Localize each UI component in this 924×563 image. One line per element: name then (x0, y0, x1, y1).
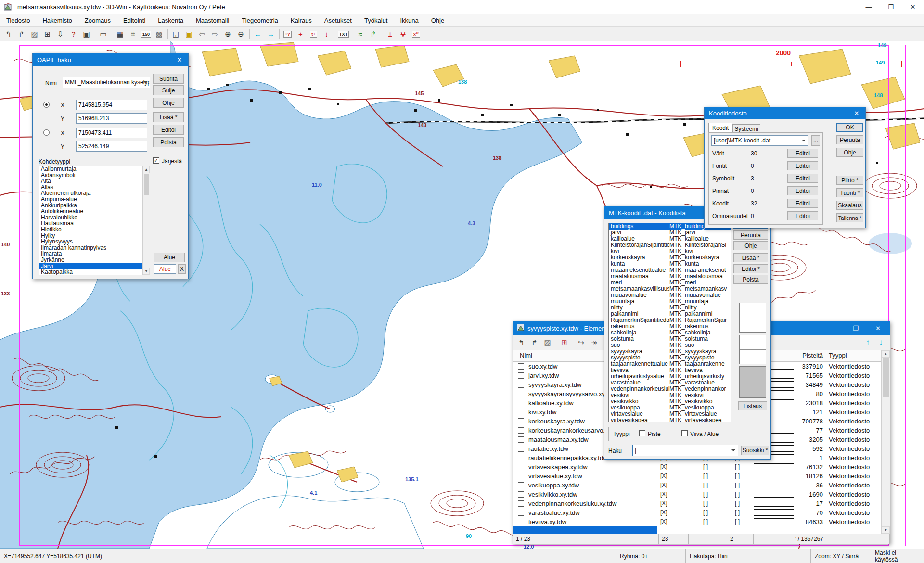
code-row[interactable]: vedenpinnankorkeuslukuMTK_vedenpinnankor (609, 386, 731, 392)
coordinate-radio-2[interactable] (43, 129, 50, 136)
file-row[interactable]: tieviiva.xy.tdw [X] [ ] [ ] 84633 Vektor… (513, 517, 881, 526)
code-row[interactable]: metsamaankasvillisuusMTK_metsamaankasv (609, 286, 731, 292)
menu-tiegeometria[interactable]: Tiegeometria (235, 14, 284, 26)
editoi-button[interactable]: Editoi (787, 149, 818, 158)
code-row[interactable]: jarviMTK_jarvi (609, 230, 731, 236)
browse-button[interactable]: ... (811, 135, 820, 146)
alue-mode-field[interactable]: Alue (154, 264, 176, 274)
x1-input[interactable]: 7145815.954 (76, 100, 147, 110)
file-visible-checkbox[interactable] (518, 446, 524, 452)
viiva-alue-checkbox[interactable] (681, 430, 688, 436)
x12-icon[interactable]: x¹² (410, 28, 423, 40)
editoi-button[interactable]: Editoi * (733, 264, 768, 273)
menu-kairaus[interactable]: Kairaus (284, 14, 318, 26)
file-row[interactable]: varastoalue.xy.tdw [X] [ ] [ ] 70 Vektor… (513, 508, 881, 517)
code-row[interactable]: rakennusMTK_rakennus (609, 323, 731, 330)
file-visible-checkbox[interactable] (518, 400, 524, 406)
add-file-icon[interactable]: ⊞ (558, 337, 571, 348)
tuonti-button[interactable]: Tuonti * (836, 188, 863, 197)
minimize-button[interactable]: — (858, 0, 880, 14)
file-visible-checkbox[interactable] (518, 455, 524, 461)
file-copy-icon[interactable]: ▣ (80, 28, 93, 40)
column-header-pisteita[interactable]: Pisteitä (795, 352, 823, 359)
code-row[interactable]: taajaanrakennettualueMTK_taajaanrakenne (609, 361, 731, 367)
pan-right-icon[interactable]: ⇨ (208, 28, 221, 40)
y1-input[interactable]: 516968.213 (76, 113, 147, 124)
editoi-button[interactable]: Editoi (787, 161, 818, 170)
menu-asetukset[interactable]: Asetukset (318, 14, 358, 26)
tab-systeemi[interactable]: Systeemi (732, 124, 760, 133)
file-visible-checkbox[interactable] (518, 372, 524, 379)
pan-left-icon[interactable]: ⇦ (195, 28, 208, 40)
code-row[interactable]: kallioalueMTK_kallioalue (609, 236, 731, 242)
poista-button[interactable]: Poista (153, 137, 184, 147)
kohdetyyppi-item[interactable]: Aallonmurtaja (39, 166, 143, 172)
sulje-button[interactable]: Sulje (153, 85, 184, 95)
code-row[interactable]: maaaineksenottoalueMTK_maa-aineksenot (609, 267, 731, 273)
code-row[interactable]: RajamerkinSijaintitiedotMTK_RajamerkinSi… (609, 317, 731, 323)
menu-ikkuna[interactable]: Ikkuna (394, 14, 424, 26)
turn-arrow-icon[interactable]: ↱ (367, 28, 380, 40)
code-row[interactable]: paikannimiMTK_paikannimi (609, 311, 731, 317)
marker-icon[interactable]: ▣ (182, 28, 195, 40)
code-row[interactable]: meriMTK_meri (609, 280, 731, 286)
read-add-file-icon[interactable]: ↱ (15, 28, 28, 40)
file-visible-checkbox[interactable] (518, 418, 524, 424)
code-row[interactable]: vesikiviMTK_vesikivi (609, 392, 731, 398)
erase-hatch-icon[interactable]: ▨ (541, 337, 554, 348)
ohje-button[interactable]: Ohje (153, 98, 184, 108)
read-file-icon[interactable]: ↰ (2, 28, 15, 40)
editoi-button[interactable]: Editoi (787, 174, 818, 183)
file-visible-checkbox[interactable] (518, 382, 524, 388)
code-row[interactable]: virtavesialueMTK_virtavesialue (609, 411, 731, 417)
save-all-files-icon[interactable]: ↠ (588, 337, 601, 348)
hatch-window-icon[interactable]: ▩ (153, 28, 166, 40)
peruuta-button[interactable]: Peruuta (836, 135, 863, 144)
ohje-button[interactable]: Ohje (733, 241, 768, 250)
kohdetyyppi-item[interactable]: Jyrkänne (39, 257, 143, 263)
x2-input[interactable]: 7150473.411 (76, 128, 147, 138)
save-alert-icon[interactable]: ⇩ (54, 28, 67, 40)
scroll-up-icon[interactable]: ▲ (882, 350, 890, 358)
piirto-button[interactable]: Piirto * (836, 176, 863, 185)
read-element-icon[interactable]: ↰ (515, 337, 528, 348)
scale-150-icon[interactable]: 150 (140, 28, 153, 40)
file-visible-checkbox[interactable] (518, 482, 524, 488)
file-visible-checkbox[interactable] (518, 519, 524, 525)
ohje-button[interactable]: Ohje (836, 148, 863, 157)
code-row[interactable]: kuntaMTK_kunta (609, 261, 731, 267)
zoom-in-icon[interactable]: ⊕ (221, 28, 234, 40)
kohdetyyppi-item[interactable]: Kaatopaikka (39, 269, 143, 275)
kooditiedosto-titlebar[interactable]: Kooditiedosto ✕ (705, 107, 865, 119)
read-add-element-icon[interactable]: ↱ (528, 337, 541, 348)
y2-input[interactable]: 525246.149 (76, 141, 147, 152)
v-strike-icon[interactable]: V (397, 28, 410, 40)
listaus-button[interactable]: Listaus (738, 401, 767, 410)
file-visible-checkbox[interactable] (518, 500, 524, 507)
menu-editointi[interactable]: Editointi (117, 14, 152, 26)
file-visible-checkbox[interactable] (518, 363, 524, 370)
file-row[interactable]: vesikuoppa.xy.tdw [X] [ ] [ ] 36 Vektori… (513, 481, 881, 490)
code-row[interactable]: niittyMTK_niitty (609, 305, 731, 311)
code-row[interactable]: varastoalueMTK_varastoalue (609, 380, 731, 386)
file-visible-checkbox[interactable] (518, 491, 524, 498)
lisaa-button[interactable]: Lisää * (733, 253, 768, 262)
oapif-titlebar[interactable]: OAPIF haku ✕ (33, 53, 188, 66)
column-header-nimi[interactable]: Nimi (520, 352, 532, 359)
code-row[interactable]: kiviMTK_kivi (609, 248, 731, 255)
file-visible-checkbox[interactable] (518, 510, 524, 516)
file-row[interactable]: virtavesialue.xy.tdw [X] [ ] [ ] 18126 V… (513, 472, 881, 481)
suosikki-button[interactable]: Suosikki * (741, 446, 769, 455)
kohdetyyppi-item[interactable]: Autoliikennealue (39, 208, 143, 215)
nimi-combo[interactable]: MML_Maastotietokannan kyselyp (63, 77, 150, 88)
coordinate-radio-1[interactable] (43, 102, 50, 108)
file-row[interactable]: vesikivikko.xy.tdw [X] [ ] [ ] 1690 Vekt… (513, 490, 881, 499)
copy-add-icon[interactable]: ⊞ (41, 28, 54, 40)
kohdetyyppi-item[interactable]: Hylynsyvyys (39, 239, 143, 245)
ok-button[interactable]: OK (836, 123, 863, 132)
xyz-toggle-icon[interactable]: ± (384, 28, 397, 40)
close-button[interactable]: ✕ (866, 321, 890, 335)
minimize-button[interactable]: — (824, 321, 845, 335)
code-row[interactable]: virtavesikapeaMTK_virtavesikapea (609, 417, 731, 422)
clipboard-icon[interactable]: ▭ (97, 28, 110, 40)
